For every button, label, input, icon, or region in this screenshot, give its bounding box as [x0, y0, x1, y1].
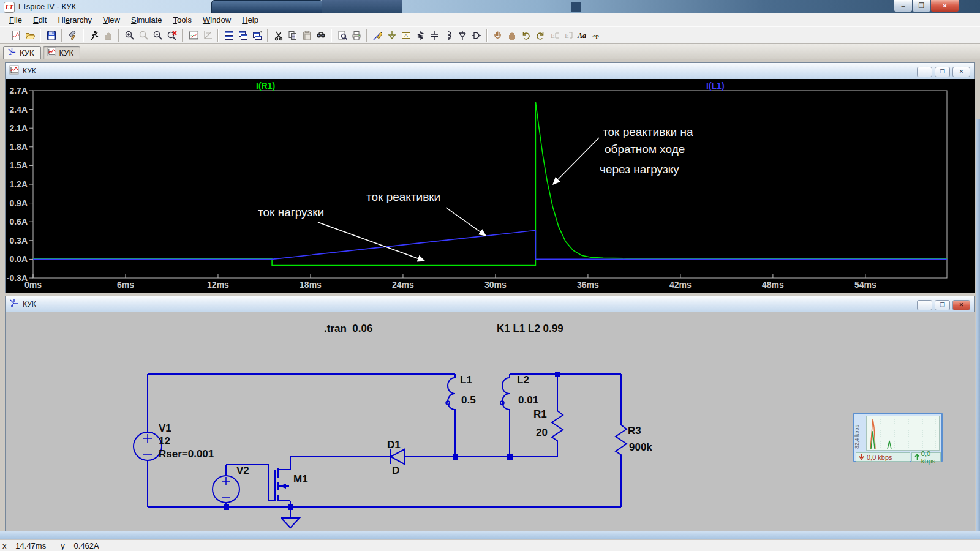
plot-annotation: ток нагрузки: [258, 206, 324, 219]
toolbar-separator: [40, 29, 41, 42]
window-title-bar[interactable]: LT LTspice IV - КУК – ❒ ×: [0, 0, 980, 14]
menu-edit[interactable]: Edit: [28, 14, 52, 26]
rotate-button[interactable]: E: [561, 29, 575, 42]
menu-file[interactable]: File: [4, 14, 28, 26]
menu-view[interactable]: View: [97, 14, 126, 26]
document-tab-schematic[interactable]: КУК: [3, 46, 41, 59]
svg-text:2.7A: 2.7A: [9, 86, 28, 96]
place-ground-button[interactable]: [385, 29, 399, 42]
place-capacitor-button[interactable]: [427, 29, 441, 42]
halt-simulation-button[interactable]: [101, 29, 115, 42]
plot-annotation: через нагрузку: [600, 163, 679, 176]
schematic-window-title-bar[interactable]: КУК — ❒ ✕: [6, 296, 974, 313]
place-label-button[interactable]: A: [399, 29, 413, 42]
place-component-button[interactable]: [469, 29, 483, 42]
toolbar-separator: [366, 29, 368, 42]
place-inductor-button[interactable]: [441, 29, 455, 42]
draw-wire-button[interactable]: [371, 29, 385, 42]
zoom-out-button[interactable]: [151, 29, 165, 42]
r1-resistor: [552, 374, 563, 457]
plot-settings-button[interactable]: [186, 29, 200, 42]
ltspice-application-window: LT LTspice IV - КУК – ❒ × FileEditHierar…: [0, 0, 980, 551]
move-button[interactable]: [491, 29, 505, 42]
svg-text:12ms: 12ms: [207, 280, 229, 290]
trace-label-ir1[interactable]: I(R1): [256, 81, 275, 91]
zoom-full-extents-button[interactable]: [137, 29, 151, 42]
window-title: LTspice IV - КУК: [18, 2, 76, 11]
print-preview-button[interactable]: [335, 29, 349, 42]
schem-maximize-button[interactable]: ❒: [935, 300, 950, 310]
svg-text:24ms: 24ms: [392, 280, 414, 290]
svg-text:1.5A: 1.5A: [9, 160, 28, 170]
component-label: L2: [517, 374, 529, 386]
waveform-window-title-bar[interactable]: КУК — ❒ ✕: [6, 63, 974, 80]
document-tab-waveform[interactable]: КУК: [43, 46, 81, 59]
tile-windows-button[interactable]: [222, 29, 236, 42]
place-diode-button[interactable]: [455, 29, 469, 42]
component-label: D1: [387, 439, 401, 451]
redo-button[interactable]: [533, 29, 547, 42]
app-icon: LT: [4, 2, 15, 13]
plot-minimize-button[interactable]: —: [917, 67, 932, 77]
cascade-windows-button[interactable]: [236, 29, 250, 42]
mark-axes-button[interactable]: [200, 29, 214, 42]
undo-button[interactable]: [519, 29, 533, 42]
copy-button[interactable]: [285, 29, 300, 42]
cut-button[interactable]: [271, 29, 285, 42]
new-schematic-button[interactable]: [9, 29, 23, 42]
close-button[interactable]: ×: [930, 0, 959, 12]
plot-maximize-button[interactable]: ❒: [935, 67, 950, 77]
download-arrow-icon: [859, 454, 864, 460]
menu-simulate[interactable]: Simulate: [126, 14, 168, 26]
control-panel-button[interactable]: [66, 29, 80, 42]
restore-button[interactable]: ❒: [912, 0, 931, 12]
svg-text:6ms: 6ms: [117, 280, 134, 290]
component-label: 0.5: [461, 394, 476, 407]
upload-arrow-icon: [914, 454, 919, 460]
plot-close-button[interactable]: ✕: [952, 67, 970, 77]
schem-close-button[interactable]: ✕: [952, 300, 970, 310]
svg-text:2.1A: 2.1A: [9, 123, 28, 133]
mirror-button[interactable]: E: [547, 29, 561, 42]
upload-rate: 0,0 kbps: [911, 452, 941, 462]
menu-bar: FileEditHierarchyViewSimulateToolsWindow…: [0, 13, 980, 26]
open-file-button[interactable]: [23, 29, 37, 42]
schematic-window[interactable]: КУК — ❒ ✕: [5, 296, 975, 537]
schematic-canvas[interactable]: .tran 0.06K1 L1 L2 0.99V112Rser=0.001V2M…: [6, 312, 975, 537]
v2-plus-minus: [222, 477, 230, 497]
waveform-plot-area[interactable]: 2.7A2.4A2.1A1.8A1.5A1.2A0.9A0.6A0.3A0.0A…: [6, 79, 975, 293]
print-button[interactable]: [349, 29, 363, 42]
schem-minimize-button[interactable]: —: [917, 300, 932, 310]
document-tab-strip: КУККУК: [0, 44, 980, 59]
waveform-window[interactable]: КУК — ❒ ✕ 2.7A2.4A2.1A1.8A1.5A1.2A0.9A0.…: [5, 62, 975, 293]
minimize-button[interactable]: –: [894, 0, 913, 12]
menu-window[interactable]: Window: [197, 14, 236, 26]
menu-help[interactable]: Help: [236, 14, 264, 26]
mdi-client-area: КУК — ❒ ✕ 2.7A2.4A2.1A1.8A1.5A1.2A0.9A0.…: [0, 59, 980, 539]
status-bar: x = 14.47ms y = 0.462A: [0, 539, 980, 551]
save-button[interactable]: [44, 29, 58, 42]
svg-text:0.6A: 0.6A: [9, 217, 28, 227]
spice-directive-button[interactable]: .op: [589, 29, 603, 42]
place-resistor-button[interactable]: [413, 29, 427, 42]
component-label: R1: [533, 408, 547, 421]
schematic-icon: [7, 47, 17, 58]
schematic-window-title: КУК: [23, 300, 36, 309]
trace-label-il1[interactable]: I(L1): [706, 81, 725, 91]
menu-hierarchy[interactable]: Hierarchy: [52, 14, 97, 26]
activate-window-button[interactable]: [250, 29, 264, 42]
clear-zoom-button[interactable]: [165, 29, 179, 42]
find-button[interactable]: [314, 29, 328, 42]
zoom-in-button[interactable]: [123, 29, 137, 42]
menu-tools[interactable]: Tools: [168, 14, 197, 26]
network-monitor-widget[interactable]: 32,4 kbps 0,0 kbps 0,0 kbps: [853, 413, 943, 462]
run-simulation-button[interactable]: [87, 29, 101, 42]
svg-text:Aa: Aa: [577, 31, 586, 40]
paste-button[interactable]: [300, 29, 314, 42]
place-text-button[interactable]: Aa: [575, 29, 589, 42]
schematic-icon: [9, 298, 19, 310]
component-label: M1: [293, 473, 308, 485]
waveform-icon: [9, 65, 19, 77]
component-label: Rser=0.001: [159, 448, 214, 460]
drag-button[interactable]: [505, 29, 519, 42]
